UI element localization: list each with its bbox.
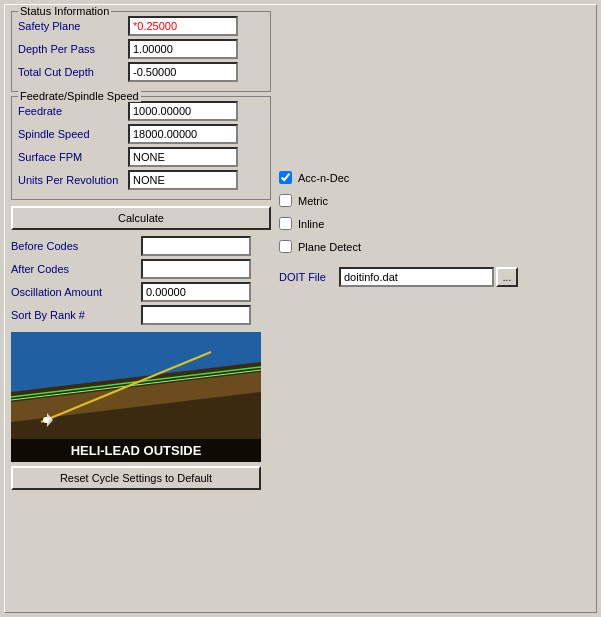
inline-checkbox[interactable]: [279, 217, 292, 230]
units-per-rev-input[interactable]: [128, 170, 238, 190]
acc-n-dec-row: Acc-n-Dec: [279, 171, 518, 184]
total-cut-depth-input[interactable]: [128, 62, 238, 82]
safety-plane-label: Safety Plane: [18, 20, 128, 32]
depth-per-pass-input[interactable]: [128, 39, 238, 59]
metric-row: Metric: [279, 194, 518, 207]
main-container: Status Information Safety Plane Depth Pe…: [0, 0, 601, 617]
surface-fpm-label: Surface FPM: [18, 151, 128, 163]
oscillation-input[interactable]: [141, 282, 251, 302]
feedrate-group: Feedrate/Spindle Speed Feedrate Spindle …: [11, 96, 271, 200]
feedrate-row: Feedrate: [18, 101, 264, 121]
before-codes-row: Before Codes: [11, 236, 271, 256]
outer-border: Status Information Safety Plane Depth Pe…: [4, 4, 597, 613]
image-caption: HELI-LEAD OUTSIDE: [11, 439, 261, 462]
plane-detect-label: Plane Detect: [298, 241, 361, 253]
status-group-label: Status Information: [18, 5, 111, 17]
sort-by-rank-input[interactable]: [141, 305, 251, 325]
safety-plane-row: Safety Plane: [18, 16, 264, 36]
inline-label: Inline: [298, 218, 324, 230]
depth-per-pass-row: Depth Per Pass: [18, 39, 264, 59]
surface-fpm-row: Surface FPM: [18, 147, 264, 167]
depth-per-pass-label: Depth Per Pass: [18, 43, 128, 55]
spindle-speed-input[interactable]: [128, 124, 238, 144]
before-codes-label: Before Codes: [11, 240, 141, 252]
total-cut-depth-label: Total Cut Depth: [18, 66, 128, 78]
metric-label: Metric: [298, 195, 328, 207]
spindle-speed-row: Spindle Speed: [18, 124, 264, 144]
metric-checkbox[interactable]: [279, 194, 292, 207]
after-codes-input[interactable]: [141, 259, 251, 279]
surface-fpm-input[interactable]: [128, 147, 238, 167]
top-section: Status Information Safety Plane Depth Pe…: [11, 11, 590, 490]
sort-by-rank-row: Sort By Rank #: [11, 305, 271, 325]
units-per-rev-label: Units Per Revolution: [18, 174, 128, 186]
reset-button[interactable]: Reset Cycle Settings to Default: [11, 466, 261, 490]
acc-n-dec-checkbox[interactable]: [279, 171, 292, 184]
right-panel: Acc-n-Dec Metric Inline Plane Detect DOI…: [279, 171, 518, 490]
feedrate-input[interactable]: [128, 101, 238, 121]
after-codes-label: After Codes: [11, 263, 141, 275]
left-panel: Status Information Safety Plane Depth Pe…: [11, 11, 271, 490]
inline-row: Inline: [279, 217, 518, 230]
before-codes-input[interactable]: [141, 236, 251, 256]
total-cut-depth-row: Total Cut Depth: [18, 62, 264, 82]
plane-detect-checkbox[interactable]: [279, 240, 292, 253]
after-codes-row: After Codes: [11, 259, 271, 279]
sort-by-rank-label: Sort By Rank #: [11, 309, 141, 321]
oscillation-label: Oscillation Amount: [11, 286, 141, 298]
doit-file-row: DOIT File ...: [279, 267, 518, 287]
spindle-speed-label: Spindle Speed: [18, 128, 128, 140]
browse-button[interactable]: ...: [496, 267, 518, 287]
status-group: Status Information Safety Plane Depth Pe…: [11, 11, 271, 92]
heli-image: HELI-LEAD OUTSIDE: [11, 332, 261, 462]
oscillation-row: Oscillation Amount: [11, 282, 271, 302]
doit-file-label: DOIT File: [279, 271, 339, 283]
units-per-rev-row: Units Per Revolution: [18, 170, 264, 190]
feedrate-label: Feedrate: [18, 105, 128, 117]
doit-file-input[interactable]: [339, 267, 494, 287]
calculate-button[interactable]: Calculate: [11, 206, 271, 230]
safety-plane-input[interactable]: [128, 16, 238, 36]
acc-n-dec-label: Acc-n-Dec: [298, 172, 349, 184]
plane-detect-row: Plane Detect: [279, 240, 518, 253]
feedrate-group-label: Feedrate/Spindle Speed: [18, 90, 141, 102]
